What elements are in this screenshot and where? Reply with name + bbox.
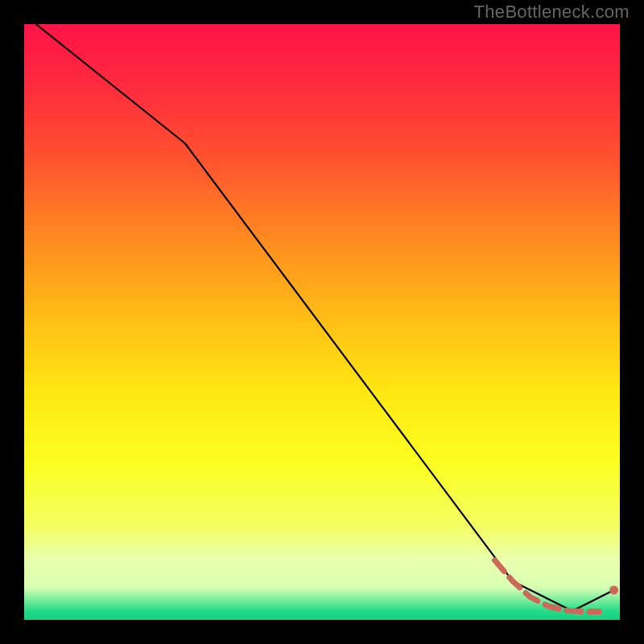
series-layer: [24, 24, 620, 620]
sweet-spot: [495, 560, 600, 612]
watermark-text: TheBottleneck.com: [474, 2, 630, 23]
plot-area: [24, 24, 620, 620]
bottleneck-curve: [36, 24, 614, 611]
endpoint-marker: [609, 586, 618, 595]
chart-frame: TheBottleneck.com: [0, 0, 644, 644]
